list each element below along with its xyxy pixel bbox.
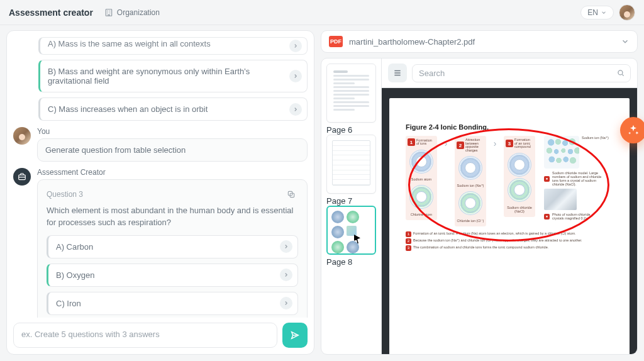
answer-a[interactable]: A) Carbon xyxy=(47,235,298,258)
thumb-label: Page 7 xyxy=(326,196,376,206)
building-icon xyxy=(104,8,113,17)
chevron-down-icon xyxy=(601,9,607,16)
question-card: Question 3 Which element is most abundan… xyxy=(37,179,308,318)
language-picker[interactable]: EN xyxy=(580,6,614,19)
file-name: martini_bartholomew-Chapter2.pdf xyxy=(349,37,475,47)
top-bar: Assessment creator Organization EN xyxy=(0,0,644,25)
prev-answers: A) Mass is the same as weight in all con… xyxy=(38,37,308,121)
search-icon xyxy=(616,69,625,77)
copy-icon xyxy=(287,190,296,199)
chevron-right-icon xyxy=(289,103,302,116)
answer-c[interactable]: C) Iron xyxy=(47,292,298,315)
prev-answer-b[interactable]: B) Mass and weight are synonymous only w… xyxy=(38,60,308,92)
language-code: EN xyxy=(587,8,598,17)
send-button[interactable] xyxy=(282,323,308,348)
user-name: You xyxy=(37,127,308,136)
ai-assist-fab[interactable] xyxy=(620,117,644,143)
send-icon xyxy=(290,330,300,340)
assistant-message: Assessment Creator Question 3 Which elem… xyxy=(13,168,308,318)
chevron-right-icon xyxy=(289,40,302,52)
thumb-page-6[interactable] xyxy=(326,64,376,123)
thumbnail-rail[interactable]: Page 6 Page 7 Page 8 xyxy=(321,58,382,354)
user-avatar[interactable] xyxy=(619,4,635,21)
thumb-label: Page 8 xyxy=(326,257,376,267)
question-number: Question 3 xyxy=(47,190,83,199)
menu-icon xyxy=(393,69,402,77)
pdf-badge-icon: PDF xyxy=(329,36,343,47)
answer-b[interactable]: B) Oxygen xyxy=(47,264,298,287)
pdf-viewer: Page 6 Page 7 Page 8 Search xyxy=(321,58,638,355)
user-message: You Generate question from table selecti… xyxy=(13,127,308,162)
composer-input[interactable]: ex. Create 5 questions with 3 answers xyxy=(13,323,277,348)
thumb-label: Page 6 xyxy=(326,125,376,135)
org-label: Organization xyxy=(117,8,160,17)
prev-answer-a[interactable]: A) Mass is the same as weight in all con… xyxy=(38,37,308,55)
page-title: Assessment creator xyxy=(9,8,93,18)
chat-panel: A) Mass is the same as weight in all con… xyxy=(6,30,314,355)
sidebar-toggle-button[interactable] xyxy=(388,64,407,82)
thumb-page-8[interactable] xyxy=(326,206,376,255)
org-picker[interactable]: Organization xyxy=(104,8,160,17)
chevron-right-icon xyxy=(289,70,302,82)
question-text: Which element is most abundant in the hu… xyxy=(47,205,298,229)
search-placeholder: Search xyxy=(419,69,445,78)
user-avatar-small xyxy=(13,127,31,145)
assistant-avatar xyxy=(13,168,31,186)
annotation-ellipse xyxy=(408,128,609,242)
pdf-search-input[interactable]: Search xyxy=(412,64,631,82)
user-message-text: Generate question from table selection xyxy=(37,138,308,162)
composer-placeholder: ex. Create 5 questions with 3 answers xyxy=(21,330,160,339)
pdf-page: Figure 2-4 Ionic Bonding. 1Formation of … xyxy=(389,98,630,354)
file-header[interactable]: PDF martini_bartholomew-Chapter2.pdf xyxy=(321,30,638,53)
assistant-name: Assessment Creator xyxy=(37,168,308,177)
sparkle-icon xyxy=(627,124,640,136)
prev-answer-c[interactable]: C) Mass increases when an object is in o… xyxy=(38,97,308,121)
chevron-right-icon xyxy=(280,240,292,253)
thumb-page-7[interactable] xyxy=(326,135,376,194)
briefcase-icon xyxy=(18,172,26,181)
pdf-page-canvas[interactable]: Figure 2-4 Ionic Bonding. 1Formation of … xyxy=(382,88,637,354)
svg-point-4 xyxy=(618,70,623,75)
chevron-right-icon xyxy=(280,297,292,309)
chevron-right-icon xyxy=(280,269,292,281)
chevron-down-icon xyxy=(621,37,630,46)
copy-button[interactable] xyxy=(284,187,298,201)
